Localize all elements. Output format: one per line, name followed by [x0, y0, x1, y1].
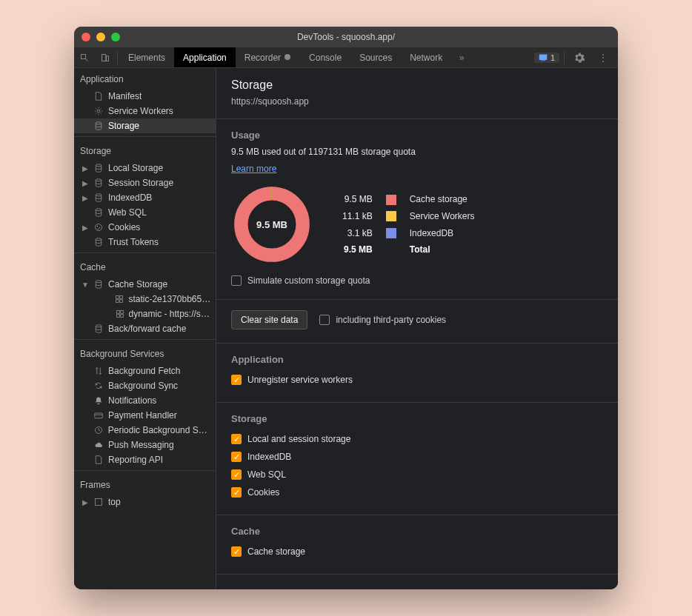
svg-point-7 [96, 164, 102, 167]
sidebar-item-label: Manifest [108, 91, 142, 101]
tab-recorder[interactable]: Recorder [236, 47, 300, 67]
db-icon [93, 193, 104, 202]
sidebar-item-label: dynamic - https://squoosh… [129, 309, 212, 319]
tab-console[interactable]: Console [300, 47, 350, 67]
sidebar-item-label: Background Sync [108, 381, 178, 391]
sidebar-item-reporting-api[interactable]: Reporting API [74, 452, 216, 467]
svg-rect-28 [96, 499, 102, 506]
sidebar-section-background-services: Background Services [74, 343, 216, 364]
legend-swatch [386, 228, 396, 238]
sidebar-item-top[interactable]: ▶top [74, 495, 216, 509]
option-checkbox[interactable]: ✓ [231, 546, 242, 557]
group-title: Storage [231, 413, 603, 424]
caret-right-icon: ▶ [81, 179, 89, 187]
legend-row: 11.1 kBService Workers [336, 209, 481, 224]
sidebar-item-label: Background Fetch [108, 366, 180, 376]
file-icon [93, 92, 104, 101]
legend-name: IndexedDB [404, 225, 481, 241]
sidebar-item-label: Trust Tokens [108, 237, 159, 247]
option-checkbox[interactable]: ✓ [231, 434, 242, 444]
svg-point-10 [96, 209, 102, 211]
device-toolbar-icon[interactable] [95, 47, 116, 68]
sidebar-item-label: Notifications [108, 395, 156, 406]
option-checkbox[interactable]: ✓ [231, 487, 242, 498]
option-unregister-service-workers: ✓Unregister service workers [231, 371, 603, 389]
sidebar-item-background-sync[interactable]: Background Sync [74, 378, 216, 393]
tab-network[interactable]: Network [401, 47, 451, 67]
third-party-cookies-checkbox[interactable] [319, 315, 330, 325]
learn-more-link[interactable]: Learn more [231, 164, 276, 174]
option-label: Unregister service workers [247, 375, 353, 385]
sidebar-section-cache: Cache [74, 256, 216, 277]
option-label: Cache storage [247, 546, 305, 557]
issues-count: 1 [550, 53, 555, 62]
sidebar-item-trust-tokens[interactable]: Trust Tokens [74, 235, 216, 250]
svg-rect-4 [539, 54, 548, 60]
svg-rect-23 [116, 315, 119, 318]
sidebar-item-cookies[interactable]: ▶Cookies [74, 220, 216, 235]
option-checkbox[interactable]: ✓ [231, 375, 242, 385]
sidebar-item-manifest[interactable]: Manifest [74, 89, 216, 104]
sidebar-item-dynamic-https-squoosh-[interactable]: dynamic - https://squoosh… [74, 307, 216, 321]
sidebar-item-static-2e1370bb652d2e7e-[interactable]: static-2e1370bb652d2e7e… [74, 292, 216, 307]
sync-icon [93, 381, 104, 390]
legend-total-size: 9.5 MB [336, 242, 379, 257]
grid-icon [115, 295, 124, 304]
settings-gear-icon[interactable] [569, 47, 590, 68]
devtools-window: DevTools - squoosh.app/ ElementsApplicat… [74, 27, 618, 589]
tab-application[interactable]: Application [174, 47, 236, 67]
group-title: Cache [231, 526, 603, 537]
sidebar-item-local-storage[interactable]: ▶Local Storage [74, 161, 216, 175]
bell-icon [93, 396, 104, 405]
legend-row: 3.1 kBIndexedDB [336, 225, 481, 241]
svg-point-15 [96, 238, 102, 241]
sidebar-item-web-sql[interactable]: Web SQL [74, 205, 216, 220]
clear-panel: Clear site data including third-party co… [216, 300, 618, 344]
issues-badge[interactable]: 1 [534, 53, 559, 63]
sidebar-item-label: static-2e1370bb652d2e7e… [128, 294, 211, 304]
sidebar-item-label: Session Storage [108, 178, 173, 188]
legend-size: 9.5 MB [336, 192, 379, 207]
kebab-menu-icon[interactable]: ⋮ [593, 47, 613, 68]
option-local-and-session-storage: ✓Local and session storage [231, 430, 603, 448]
sidebar-item-periodic-background-sync[interactable]: Periodic Background Sync [74, 423, 216, 438]
tab-elements[interactable]: Elements [119, 47, 174, 67]
option-checkbox[interactable]: ✓ [231, 452, 242, 462]
sidebar-item-service-workers[interactable]: Service Workers [74, 104, 216, 118]
db-icon [93, 280, 104, 289]
sidebar-item-indexeddb[interactable]: ▶IndexedDB [74, 190, 216, 205]
clock-icon [93, 426, 104, 435]
option-checkbox[interactable]: ✓ [231, 469, 242, 480]
svg-point-25 [96, 325, 102, 327]
svg-point-8 [96, 179, 102, 181]
simulate-quota-checkbox[interactable] [231, 275, 242, 286]
clear-site-data-button[interactable]: Clear site data [231, 310, 307, 329]
frame-icon [93, 498, 104, 506]
caret-right-icon: ▶ [81, 498, 89, 506]
sidebar-item-storage[interactable]: Storage [74, 118, 216, 133]
svg-rect-21 [116, 311, 119, 314]
inspect-element-icon[interactable] [74, 47, 95, 68]
option-label: IndexedDB [247, 452, 291, 462]
tab-sources[interactable]: Sources [350, 47, 401, 67]
sidebar-item-push-messaging[interactable]: Push Messaging [74, 438, 216, 452]
svg-rect-22 [120, 311, 123, 314]
sidebar-item-notifications[interactable]: Notifications [74, 393, 216, 408]
sidebar-item-background-fetch[interactable]: Background Fetch [74, 364, 216, 378]
group-cache: Cache✓Cache storage [216, 515, 618, 575]
sidebar-item-payment-handler[interactable]: Payment Handler [74, 408, 216, 423]
caret-right-icon: ▶ [81, 224, 89, 232]
db-icon [93, 208, 104, 217]
sidebar-section-storage: Storage [74, 140, 216, 161]
sidebar-item-session-storage[interactable]: ▶Session Storage [74, 175, 216, 190]
sidebar-item-cache-storage[interactable]: ▼Cache Storage [74, 277, 216, 292]
option-label: Cookies [247, 487, 279, 498]
svg-point-6 [96, 122, 102, 124]
group-application: Application✓Unregister service workers [216, 344, 618, 403]
db-icon [93, 324, 104, 333]
sidebar-item-back-forward-cache[interactable]: Back/forward cache [74, 321, 216, 336]
option-cookies: ✓Cookies [231, 483, 603, 501]
more-tabs-icon[interactable]: » [451, 47, 472, 68]
usage-line: 9.5 MB used out of 1197131 MB storage qu… [231, 147, 603, 157]
sidebar-item-label: Service Workers [108, 106, 173, 116]
